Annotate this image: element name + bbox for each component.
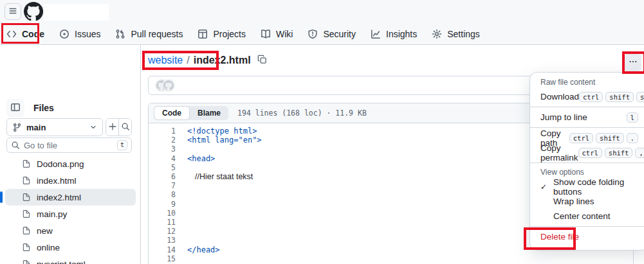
menu-item-show-code-folding-buttons[interactable]: ✓Show code folding buttons [530, 179, 644, 194]
redacted-repo-title [44, 4, 109, 21]
menu-item-center-content[interactable]: Center content [530, 209, 644, 224]
more-options-button[interactable] [624, 54, 641, 71]
keyboard-shortcut: l [627, 112, 638, 123]
files-sidebar: Files main t Dodona.pngindex.htmlindex2.… [0, 45, 141, 264]
line-number[interactable]: 15 [149, 254, 176, 263]
code-line: 15 [149, 254, 633, 263]
file-tree: Dodona.pngindex.htmlindex2.htmlmain.pyne… [0, 155, 141, 264]
menu-item-jump-to-line[interactable]: Jump to linel [530, 110, 644, 125]
code-icon [6, 29, 17, 39]
copy-path-button[interactable] [257, 55, 267, 66]
repo-tab-security[interactable]: Security [302, 24, 361, 44]
line-number[interactable]: 2 [149, 136, 176, 145]
github-file-page: CodeIssuesPull requestsProjectsWikiSecur… [0, 0, 644, 264]
line-number[interactable]: 7 [149, 181, 176, 190]
line-number[interactable]: 1 [149, 127, 176, 136]
menu-item-label: Wrap lines [553, 197, 594, 206]
repo-tab-pull-requests[interactable]: Pull requests [110, 24, 188, 44]
menu-divider [530, 107, 644, 107]
pull-request-icon [115, 29, 125, 39]
chevron-down-icon [89, 123, 97, 131]
repo-tab-insights[interactable]: Insights [365, 24, 422, 44]
file-actions-group [106, 118, 132, 136]
kbd-key: s [636, 92, 644, 102]
breadcrumb-folder-link[interactable]: website [148, 55, 183, 66]
file-icon [22, 176, 31, 185]
kbd-key: ctrl [578, 148, 602, 158]
kbd-key: l [627, 112, 638, 123]
shortcut-badge: t [117, 140, 127, 150]
shield-icon [308, 29, 318, 39]
repo-tab-label: Pull requests [131, 29, 183, 39]
line-number[interactable]: 9 [149, 200, 176, 209]
file-tree-item-index-html[interactable]: index.html [5, 172, 136, 189]
file-tree-item-online[interactable]: online [5, 239, 136, 256]
line-content: <head> [176, 154, 215, 163]
repo-tab-label: Projects [213, 29, 246, 39]
line-number[interactable]: 11 [149, 218, 176, 227]
gear-icon [432, 29, 442, 39]
hamburger-menu-button[interactable] [5, 3, 21, 20]
line-number[interactable]: 6 [149, 172, 176, 181]
repo-tab-code[interactable]: Code [1, 24, 50, 44]
file-name: pyscript.toml [37, 260, 86, 264]
keyboard-shortcut: ctrlshift, [578, 148, 644, 158]
repo-nav: CodeIssuesPull requestsProjectsWikiSecur… [1, 24, 490, 44]
avatar [155, 79, 175, 92]
file-icon [22, 260, 31, 264]
sidebar-collapse-icon [10, 102, 21, 114]
hamburger-icon [8, 6, 17, 17]
line-number[interactable]: 8 [149, 190, 176, 199]
kbd-key: ctrl [569, 133, 593, 143]
file-name: online [37, 243, 60, 252]
breadcrumb-file-name: index2.html [194, 55, 251, 66]
go-to-file-box: t [6, 137, 132, 153]
file-icon [22, 159, 31, 168]
repo-tab-label: Issues [75, 29, 100, 39]
menu-item-label: Show code folding buttons [553, 177, 638, 197]
tab-blame[interactable]: Blame [190, 106, 228, 120]
graph-icon [371, 29, 381, 39]
search-files-button[interactable] [119, 119, 131, 136]
active-file-indicator [0, 191, 3, 203]
file-tree-item-pyscript-toml[interactable]: pyscript.toml [5, 256, 136, 264]
menu-item-label: Download [540, 92, 579, 101]
search-icon [121, 122, 130, 133]
file-icon [22, 226, 31, 235]
go-to-file-input[interactable] [24, 141, 113, 150]
collapse-sidebar-button[interactable] [6, 99, 24, 117]
kbd-key: shift [605, 92, 634, 102]
menu-item-delete-file[interactable]: Delete file [530, 229, 644, 244]
git-branch-icon [12, 123, 22, 132]
line-number[interactable]: 4 [149, 154, 176, 163]
menu-item-label: Jump to line [540, 112, 587, 122]
line-number[interactable]: 10 [149, 209, 176, 218]
file-tree-item-index2-html[interactable]: index2.html [5, 189, 136, 206]
branch-selector[interactable]: main [6, 118, 103, 136]
line-number[interactable]: 5 [149, 163, 176, 172]
line-number[interactable]: 3 [149, 145, 176, 154]
file-name: index.html [37, 176, 77, 186]
github-octocat-logo[interactable] [24, 2, 43, 21]
repo-tab-wiki[interactable]: Wiki [255, 24, 298, 44]
menu-item-download[interactable]: Downloadctrlshifts [530, 89, 644, 104]
menu-item-copy-permalink[interactable]: Copy permalinkctrlshift, [530, 145, 644, 160]
repo-tab-label: Wiki [276, 29, 293, 39]
file-icon [22, 243, 31, 252]
tab-code[interactable]: Code [154, 106, 190, 120]
keyboard-shortcut: ctrlshift. [569, 133, 638, 143]
file-tree-item-dodona-png[interactable]: Dodona.png [5, 155, 136, 172]
line-number[interactable]: 13 [149, 236, 176, 245]
repo-tab-issues[interactable]: Issues [54, 24, 106, 44]
file-tree-item-main-py[interactable]: main.py [5, 206, 136, 222]
line-number[interactable]: 14 [149, 245, 176, 254]
repo-tab-projects[interactable]: Projects [192, 24, 251, 44]
repo-tab-label: Settings [447, 29, 480, 39]
line-content: <!doctype html> [176, 127, 257, 136]
file-tree-item-new[interactable]: new [5, 222, 136, 239]
add-file-button[interactable] [106, 119, 119, 136]
menu-item-label: Center content [553, 211, 611, 221]
repo-tab-settings[interactable]: Settings [427, 24, 485, 44]
file-icon [22, 193, 31, 202]
line-number[interactable]: 12 [149, 227, 176, 236]
